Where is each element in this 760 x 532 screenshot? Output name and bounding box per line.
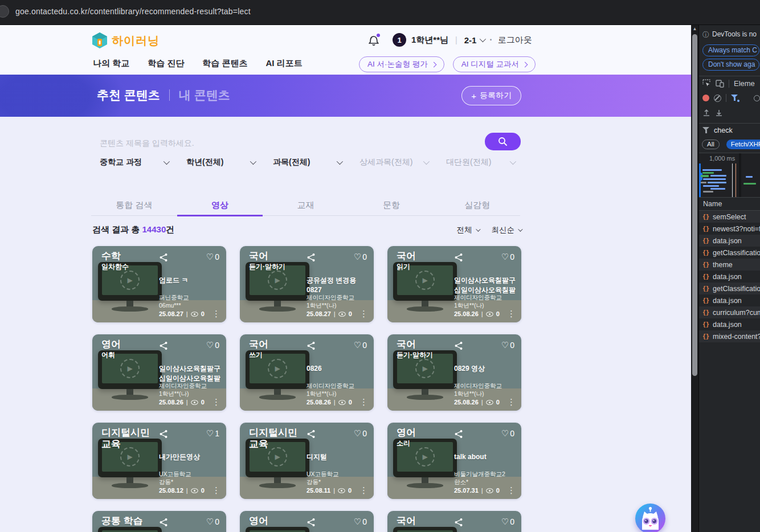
scrollbar-up-arrow[interactable]: ▲	[691, 26, 698, 31]
filter-dropdown[interactable]: 학년(전체)	[186, 157, 255, 167]
content-tab[interactable]: 영상	[177, 197, 263, 215]
content-card[interactable]: ▶ 영어 소리 ♡ 0	[387, 423, 521, 499]
chip-all[interactable]: All	[702, 140, 720, 149]
classroom-select[interactable]: 2-1	[464, 35, 485, 45]
share-icon[interactable]	[307, 518, 316, 527]
share-icon[interactable]	[159, 518, 168, 527]
url-text[interactable]: goe.ontactedu.co.kr/contentlibrary/recom…	[15, 7, 251, 16]
more-options-icon[interactable]: ⋮	[507, 485, 516, 496]
chip-fetch-xhr[interactable]: Fetch/XHR	[726, 140, 760, 149]
devtools-elements-tab[interactable]: Eleme	[734, 79, 755, 88]
like-button[interactable]: ♡ 0	[501, 517, 514, 527]
more-options-icon[interactable]: ⋮	[359, 485, 368, 496]
more-options-icon[interactable]: ⋮	[507, 397, 516, 407]
browser-extension-icon[interactable]	[0, 5, 9, 18]
more-options-icon[interactable]: ⋮	[359, 309, 368, 319]
logo[interactable]: 하이러닝	[91, 32, 160, 49]
share-icon[interactable]	[159, 253, 168, 262]
export-har-icon[interactable]	[715, 109, 723, 117]
filter-dropdown[interactable]: 상세과목(전체)	[359, 157, 428, 167]
network-request-row[interactable]: {} theme	[699, 259, 760, 271]
content-card[interactable]: ▶ 국어 듣기·말하기 ♡ 0	[387, 334, 521, 411]
network-request-row[interactable]: {} data.json	[699, 235, 760, 247]
filter-funnel-icon[interactable]	[731, 95, 738, 101]
content-card[interactable]: ▶ 디지털시민 교육 ♡ 0	[240, 423, 374, 499]
like-button[interactable]: ♡ 0	[501, 340, 514, 350]
content-tab[interactable]: 통합 검색	[91, 197, 177, 215]
content-card[interactable]: ▶ 국어 듣기·말하기 ♡ 0	[240, 246, 374, 322]
network-filter-input[interactable]: check	[714, 126, 733, 134]
ai-pill-button[interactable]: AI 서·논술형 평가	[359, 56, 444, 72]
share-icon[interactable]	[307, 253, 316, 262]
content-card[interactable]: ▶ 국어 읽기 ♡ 0	[387, 246, 521, 322]
search-input[interactable]	[100, 136, 464, 150]
network-overview-waterfall[interactable]: 1,000 ms	[699, 153, 760, 198]
network-request-row[interactable]: {} data.json	[699, 318, 760, 330]
more-options-icon[interactable]: ⋮	[212, 309, 220, 319]
tab-my-content[interactable]: 내 콘텐츠	[179, 87, 230, 103]
sort-dropdown[interactable]: 최신순	[492, 225, 522, 235]
record-network-icon[interactable]	[702, 95, 709, 101]
network-request-row[interactable]: {} getClassificatio	[699, 247, 760, 259]
notification-bell-icon[interactable]	[368, 34, 379, 46]
assistant-fab-button[interactable]	[635, 504, 665, 532]
network-request-row[interactable]: {} getClassificatio	[699, 283, 760, 294]
network-request-row[interactable]: {} data.json	[699, 294, 760, 306]
share-icon[interactable]	[159, 429, 168, 439]
scrollbar-thumb[interactable]	[692, 34, 697, 376]
nav-item[interactable]: 나의 학교	[93, 58, 129, 69]
requests-name-column-header[interactable]: Name	[699, 198, 760, 211]
like-button[interactable]: ♡ 0	[354, 340, 367, 350]
network-search-icon[interactable]	[754, 95, 760, 101]
content-card[interactable]: ▶ 디지털시민 교육 ♡ 1	[92, 423, 226, 499]
content-card[interactable]: ▶ 수학 일차함수 ♡ 0	[92, 246, 226, 322]
like-button[interactable]: ♡ 0	[354, 428, 367, 439]
network-request-row[interactable]: {} newest3?noti=f	[699, 223, 760, 235]
like-button[interactable]: ♡ 0	[501, 252, 514, 262]
user-avatar[interactable]: 1	[393, 33, 406, 47]
content-card[interactable]: ▶ 국어 쓰기 ♡ 0	[240, 334, 374, 411]
more-options-icon[interactable]: ⋮	[507, 309, 516, 319]
filter-dropdown[interactable]: 대단원(전체)	[446, 157, 514, 167]
content-tab[interactable]: 교재	[263, 197, 349, 215]
content-tab[interactable]: 실감형	[434, 197, 520, 215]
tab-recommended-content[interactable]: 추천 콘텐츠	[97, 87, 160, 103]
like-button[interactable]: ♡ 0	[206, 340, 219, 350]
content-card[interactable]: ▶ 공통 학습 ♡ 0	[92, 511, 226, 532]
network-request-row[interactable]: {} semSelect	[699, 211, 760, 223]
content-card[interactable]: ▶ 영어 ♡ 0	[240, 511, 374, 532]
share-icon[interactable]	[454, 429, 463, 439]
filter-dropdown[interactable]: 과목(전체)	[273, 157, 341, 167]
import-har-icon[interactable]	[702, 109, 710, 117]
clear-network-icon[interactable]	[714, 95, 721, 102]
nav-item[interactable]: 학습 콘텐츠	[202, 58, 247, 69]
content-card[interactable]: ▶ 국어 ♡ 0	[387, 511, 521, 532]
like-button[interactable]: ♡ 0	[206, 252, 219, 262]
like-button[interactable]: ♡ 0	[206, 517, 219, 527]
more-options-icon[interactable]: ⋮	[359, 397, 368, 407]
content-card[interactable]: ▶ 영어 어휘 ♡ 0	[92, 334, 226, 411]
nav-item[interactable]: 학습 진단	[148, 58, 184, 69]
devtools-notice-button[interactable]: Always match C	[702, 44, 759, 56]
like-button[interactable]: ♡ 0	[501, 428, 514, 439]
register-button[interactable]: + 등록하기	[461, 86, 521, 105]
devtools-notice-button[interactable]: Don't show aga	[702, 59, 759, 71]
more-options-icon[interactable]: ⋮	[212, 485, 220, 496]
network-request-row[interactable]: {} mixed-content?	[699, 330, 760, 342]
logout-button[interactable]: 로그아웃	[498, 35, 532, 46]
filter-all-dropdown[interactable]: 전체	[457, 225, 479, 235]
filter-dropdown[interactable]: 중학교 과정	[100, 157, 168, 167]
share-icon[interactable]	[307, 429, 316, 439]
nav-item[interactable]: AI 리포트	[266, 58, 303, 69]
network-request-row[interactable]: {} curriculum?cum	[699, 306, 760, 318]
like-button[interactable]: ♡ 0	[354, 517, 367, 527]
page-scrollbar[interactable]: ▲	[691, 25, 698, 532]
inspect-element-icon[interactable]	[702, 79, 711, 88]
content-tab[interactable]: 문항	[349, 197, 435, 215]
more-options-icon[interactable]: ⋮	[212, 397, 220, 407]
share-icon[interactable]	[454, 253, 463, 262]
share-icon[interactable]	[454, 341, 463, 350]
network-request-row[interactable]: {} data.json	[699, 271, 760, 283]
share-icon[interactable]	[307, 341, 316, 350]
like-button[interactable]: ♡ 1	[206, 428, 219, 439]
